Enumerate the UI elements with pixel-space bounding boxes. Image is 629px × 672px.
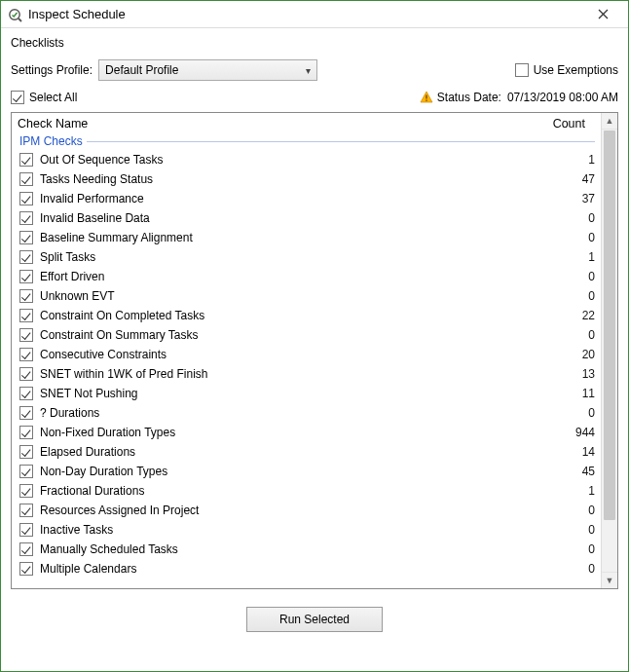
check-row-checkbox[interactable] xyxy=(19,328,33,342)
check-row[interactable]: Elapsed Durations14 xyxy=(12,442,601,462)
close-button[interactable] xyxy=(583,2,622,27)
check-row-label: Split Tasks xyxy=(38,250,546,264)
check-row[interactable]: Resources Assigned In Project0 xyxy=(12,501,601,520)
check-row[interactable]: Inactive Tasks0 xyxy=(12,520,601,540)
check-row-checkbox[interactable] xyxy=(19,542,33,556)
check-row-label: Invalid Performance xyxy=(38,192,546,205)
check-row-label: Resources Assigned In Project xyxy=(38,504,546,517)
select-all-checkbox[interactable] xyxy=(11,91,24,104)
check-row[interactable]: Fractional Durations1 xyxy=(12,481,601,501)
check-row[interactable]: Out Of Sequence Tasks1 xyxy=(12,150,601,169)
check-row[interactable]: Invalid Baseline Data0 xyxy=(12,208,601,228)
check-row-checkbox[interactable] xyxy=(19,445,33,459)
grid-header: Check Name Count xyxy=(12,113,601,132)
use-exemptions-checkbox[interactable] xyxy=(515,63,529,77)
check-row[interactable]: Non-Fixed Duration Types944 xyxy=(12,423,601,442)
titlebar: Inspect Schedule xyxy=(1,1,628,28)
select-all-label: Select All xyxy=(29,91,77,104)
svg-rect-4 xyxy=(426,95,426,99)
grid-rows: Out Of Sequence Tasks1Tasks Needing Stat… xyxy=(12,150,601,588)
check-row-checkbox[interactable] xyxy=(19,562,33,576)
check-row[interactable]: Consecutive Constraints20 xyxy=(12,345,601,364)
check-row-count: 0 xyxy=(546,562,595,576)
check-row[interactable]: Baseline Summary Alignment0 xyxy=(12,228,601,247)
check-row[interactable]: Tasks Needing Status47 xyxy=(12,169,601,189)
check-row-label: Constraint On Completed Tasks xyxy=(38,309,546,322)
check-row-label: Manually Scheduled Tasks xyxy=(38,542,546,556)
status-date-block: Status Date: 07/13/2019 08:00 AM xyxy=(420,91,618,104)
svg-rect-5 xyxy=(426,100,426,101)
use-exemptions-option[interactable]: Use Exemptions xyxy=(515,63,618,77)
status-row: Select All Status Date: 07/13/2019 08:00… xyxy=(1,87,628,112)
status-date-value: 07/13/2019 08:00 AM xyxy=(507,91,618,104)
scroll-down-button[interactable]: ▼ xyxy=(602,572,617,588)
check-row-checkbox[interactable] xyxy=(19,406,33,420)
check-row-label: Unknown EVT xyxy=(38,289,546,303)
check-row[interactable]: SNET within 1WK of Pred Finish13 xyxy=(12,364,601,384)
footer: Run Selected xyxy=(1,599,628,671)
check-row[interactable]: Constraint On Completed Tasks22 xyxy=(12,306,601,325)
check-row[interactable]: ? Durations0 xyxy=(12,403,601,423)
check-row-checkbox[interactable] xyxy=(19,465,33,478)
check-row-checkbox[interactable] xyxy=(19,289,33,303)
check-row-checkbox[interactable] xyxy=(19,367,33,381)
check-row-checkbox[interactable] xyxy=(19,504,33,517)
check-row-checkbox[interactable] xyxy=(19,153,33,167)
check-row[interactable]: Unknown EVT0 xyxy=(12,286,601,306)
check-row-checkbox[interactable] xyxy=(19,270,33,283)
column-count: Count xyxy=(536,117,595,131)
check-row-label: Baseline Summary Alignment xyxy=(38,231,546,244)
check-row-checkbox[interactable] xyxy=(19,523,33,537)
check-row-checkbox[interactable] xyxy=(19,172,33,186)
check-row-label: Tasks Needing Status xyxy=(38,172,546,186)
settings-profile-value: Default Profile xyxy=(105,63,178,77)
check-row[interactable]: Constraint On Summary Tasks0 xyxy=(12,325,601,345)
checks-grid: Check Name Count IPM Checks Out Of Seque… xyxy=(11,112,618,589)
check-row[interactable]: Split Tasks1 xyxy=(12,247,601,267)
vertical-scrollbar[interactable]: ▲ ▼ xyxy=(601,113,617,588)
check-row[interactable]: Manually Scheduled Tasks0 xyxy=(12,540,601,559)
check-row-count: 1 xyxy=(546,484,595,498)
check-row-label: Fractional Durations xyxy=(38,484,546,498)
use-exemptions-label: Use Exemptions xyxy=(534,63,618,77)
group-label: IPM Checks xyxy=(19,134,83,148)
check-row-label: Non-Day Duration Types xyxy=(38,465,546,478)
check-row-checkbox[interactable] xyxy=(19,250,33,264)
settings-row: Settings Profile: Default Profile ▾ Use … xyxy=(1,56,628,87)
app-icon xyxy=(7,7,22,22)
run-selected-button[interactable]: Run Selected xyxy=(246,607,383,632)
settings-profile-select[interactable]: Default Profile ▾ xyxy=(98,59,317,81)
check-row-count: 0 xyxy=(546,289,595,303)
check-row-count: 1 xyxy=(546,250,595,264)
scroll-thumb[interactable] xyxy=(604,131,615,520)
check-row-checkbox[interactable] xyxy=(19,484,33,498)
check-row-count: 0 xyxy=(546,504,595,517)
check-row-count: 0 xyxy=(546,231,595,244)
check-row-checkbox[interactable] xyxy=(19,231,33,244)
check-row[interactable]: Non-Day Duration Types45 xyxy=(12,462,601,481)
check-row[interactable]: Multiple Calendars0 xyxy=(12,559,601,579)
check-row-count: 0 xyxy=(546,211,595,225)
check-row-checkbox[interactable] xyxy=(19,387,33,400)
check-row-label: Invalid Baseline Data xyxy=(38,211,546,225)
check-row-label: Consecutive Constraints xyxy=(38,348,546,361)
check-row-count: 0 xyxy=(546,328,595,342)
check-row-checkbox[interactable] xyxy=(19,192,33,205)
check-row[interactable]: Effort Driven0 xyxy=(12,267,601,286)
check-row-label: Out Of Sequence Tasks xyxy=(38,153,546,167)
check-row-checkbox[interactable] xyxy=(19,211,33,225)
check-row-count: 0 xyxy=(546,270,595,283)
check-row-count: 0 xyxy=(546,523,595,537)
check-row[interactable]: Invalid Performance37 xyxy=(12,189,601,208)
check-row[interactable]: SNET Not Pushing11 xyxy=(12,384,601,403)
check-row-checkbox[interactable] xyxy=(19,309,33,322)
check-row-count: 11 xyxy=(546,387,595,400)
check-row-count: 14 xyxy=(546,445,595,459)
scroll-up-button[interactable]: ▲ xyxy=(602,113,617,130)
check-row-checkbox[interactable] xyxy=(19,426,33,439)
check-row-count: 20 xyxy=(546,348,595,361)
group-header[interactable]: IPM Checks xyxy=(12,132,601,150)
select-all-option[interactable]: Select All xyxy=(11,91,77,104)
group-rule xyxy=(87,141,595,142)
check-row-checkbox[interactable] xyxy=(19,348,33,361)
